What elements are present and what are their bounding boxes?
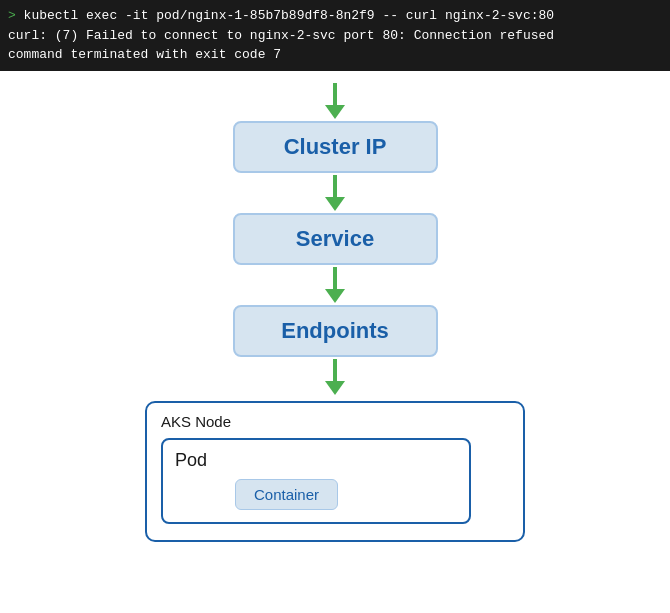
- arrow-head-1: [325, 197, 345, 211]
- arrow-1: [325, 175, 345, 211]
- terminal-line-2: curl: (7) Failed to connect to nginx-2-s…: [8, 26, 662, 46]
- arrow-head-3: [325, 381, 345, 395]
- terminal-command: kubectl exec -it pod/nginx-1-85b7b89df8-…: [24, 8, 555, 23]
- cluster-ip-box: Cluster IP: [233, 121, 438, 173]
- arrow-line-2: [333, 267, 337, 289]
- terminal-line-3: command terminated with exit code 7: [8, 45, 662, 65]
- service-label: Service: [296, 226, 374, 252]
- terminal-line-1: > kubectl exec -it pod/nginx-1-85b7b89df…: [8, 6, 662, 26]
- arrow-line-top: [333, 83, 337, 105]
- endpoints-label: Endpoints: [281, 318, 389, 344]
- arrow-3: [325, 359, 345, 395]
- endpoints-box: Endpoints: [233, 305, 438, 357]
- arrow-head-2: [325, 289, 345, 303]
- service-box: Service: [233, 213, 438, 265]
- aks-node-container: AKS Node Pod Container: [145, 401, 525, 542]
- terminal-window: > kubectl exec -it pod/nginx-1-85b7b89df…: [0, 0, 670, 71]
- flow-diagram: Cluster IP Service Endpoints AKS Node Po…: [0, 71, 670, 542]
- terminal-prompt: >: [8, 8, 24, 23]
- arrow-head-top: [325, 105, 345, 119]
- cluster-ip-label: Cluster IP: [284, 134, 387, 160]
- arrow-2: [325, 267, 345, 303]
- arrow-line-3: [333, 359, 337, 381]
- pod-label: Pod: [175, 450, 457, 471]
- aks-node-label: AKS Node: [161, 413, 509, 430]
- arrow-top: [325, 83, 345, 119]
- pod-box: Pod Container: [161, 438, 471, 524]
- container-label: Container: [254, 486, 319, 503]
- arrow-line-1: [333, 175, 337, 197]
- container-box: Container: [235, 479, 338, 510]
